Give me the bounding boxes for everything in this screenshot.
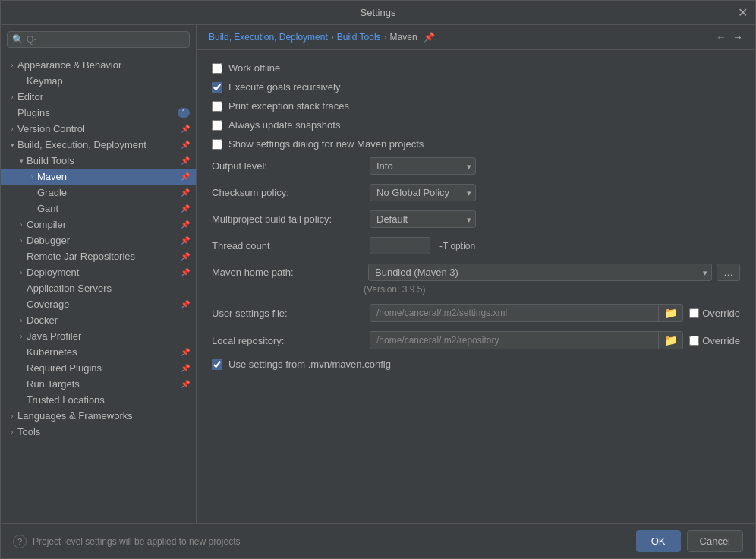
show-settings-checkbox[interactable] <box>212 139 222 150</box>
sidebar-item-compiler[interactable]: › Compiler 📌 <box>1 216 196 232</box>
use-settings-mvn-checkbox[interactable] <box>212 359 222 370</box>
sidebar-item-label: Debugger <box>27 235 70 246</box>
sidebar-item-trusted-locations[interactable]: Trusted Locations <box>1 392 196 408</box>
sidebar-item-appearance[interactable]: › Appearance & Behavior <box>1 57 196 73</box>
always-update-checkbox[interactable] <box>212 120 222 131</box>
pin-icon: 📌 <box>181 188 190 197</box>
main-content: Build, Execution, Deployment › Build Too… <box>197 25 755 523</box>
ok-button[interactable]: OK <box>636 530 681 552</box>
user-settings-input-wrap: 📁 <box>370 304 683 322</box>
work-offline-label[interactable]: Work offline <box>228 62 280 74</box>
sidebar-item-kubernetes[interactable]: Kubernetes 📌 <box>1 344 196 360</box>
breadcrumb-pin-icon: 📌 <box>424 32 435 43</box>
sidebar-item-gant[interactable]: Gant 📌 <box>1 201 196 216</box>
settings-panel: Work offline Execute goals recursively P… <box>197 50 755 523</box>
multiproject-policy-dropdown[interactable]: Default Never At End <box>370 210 476 228</box>
dialog-footer: ? Project-level settings will be applied… <box>1 523 755 558</box>
user-settings-override-label[interactable]: Override <box>689 308 740 319</box>
sidebar-item-java-profiler[interactable]: › Java Profiler <box>1 328 196 344</box>
show-settings-row: Show settings dialog for new Maven proje… <box>212 138 740 150</box>
dialog-body: 🔍 › Appearance & Behavior Keymap › Edito… <box>1 25 755 523</box>
maven-home-row: Maven home path: Bundled (Maven 3) … <box>212 264 740 281</box>
always-update-label[interactable]: Always update snapshots <box>228 119 340 131</box>
pin-icon: 📌 <box>181 220 190 229</box>
sidebar-item-languages[interactable]: › Languages & Frameworks <box>1 408 196 424</box>
sidebar-item-label: Docker <box>27 314 58 326</box>
print-stack-label[interactable]: Print exception stack traces <box>228 100 349 112</box>
user-settings-input[interactable] <box>370 305 658 321</box>
local-repo-input[interactable] <box>370 333 658 348</box>
sidebar-item-debugger[interactable]: › Debugger 📌 <box>1 232 196 248</box>
sidebar-item-label: Trusted Locations <box>27 394 105 406</box>
maven-version-note: (Version: 3.9.5) <box>364 284 740 295</box>
nav-forward-button[interactable]: → <box>732 31 743 43</box>
local-repo-override-label[interactable]: Override <box>689 335 740 346</box>
user-settings-override-checkbox[interactable] <box>689 308 699 318</box>
sidebar-item-coverage[interactable]: Coverage 📌 <box>1 296 196 312</box>
sidebar-item-build-exec[interactable]: ▾ Build, Execution, Deployment 📌 <box>1 137 196 153</box>
sidebar-item-deployment[interactable]: › Deployment 📌 <box>1 264 196 280</box>
search-icon: 🔍 <box>12 34 24 45</box>
thread-count-label: Thread count <box>212 240 364 251</box>
sidebar-item-maven[interactable]: › Maven 📌 <box>1 169 196 185</box>
user-settings-browse-button[interactable]: 📁 <box>658 305 682 321</box>
maven-home-dropdown[interactable]: Bundled (Maven 3) <box>368 264 712 281</box>
close-button[interactable]: ✕ <box>736 6 749 20</box>
title-bar: Settings ✕ <box>1 1 755 25</box>
sidebar-item-required-plugins[interactable]: Required Plugins 📌 <box>1 360 196 376</box>
thread-count-input[interactable] <box>370 237 430 254</box>
cancel-button[interactable]: Cancel <box>687 530 743 552</box>
search-input[interactable] <box>27 34 184 45</box>
sidebar-item-editor[interactable]: › Editor <box>1 89 196 105</box>
sidebar-item-build-tools[interactable]: ▾ Build Tools 📌 <box>1 153 196 169</box>
sidebar-item-docker[interactable]: › Docker <box>1 312 196 328</box>
sidebar-item-remote-jar[interactable]: Remote Jar Repositories 📌 <box>1 248 196 264</box>
breadcrumb-sep1: › <box>331 32 334 43</box>
arrow-icon: › <box>16 269 27 276</box>
breadcrumb-part2[interactable]: Build Tools <box>337 32 381 43</box>
sidebar: 🔍 › Appearance & Behavior Keymap › Edito… <box>1 25 197 523</box>
sidebar-item-label: Coverage <box>27 298 69 310</box>
multiproject-policy-row: Multiproject build fail policy: Default … <box>212 210 740 228</box>
execute-goals-checkbox[interactable] <box>212 82 222 93</box>
help-button[interactable]: ? <box>13 535 27 548</box>
user-settings-label: User settings file: <box>212 308 364 319</box>
maven-home-browse-button[interactable]: … <box>717 264 740 281</box>
local-repo-override-checkbox[interactable] <box>689 336 699 346</box>
pin-icon: 📌 <box>181 252 190 261</box>
print-stack-row: Print exception stack traces <box>212 100 740 112</box>
execute-goals-row: Execute goals recursively <box>212 81 740 93</box>
sidebar-item-app-servers[interactable]: Application Servers <box>1 280 196 296</box>
breadcrumb-part1[interactable]: Build, Execution, Deployment <box>209 32 328 43</box>
sidebar-item-gradle[interactable]: Gradle 📌 <box>1 185 196 201</box>
sidebar-item-label: Required Plugins <box>27 362 102 374</box>
t-option-label: -T option <box>439 241 475 251</box>
execute-goals-label[interactable]: Execute goals recursively <box>228 81 340 93</box>
pin-icon: 📌 <box>181 380 190 388</box>
plugins-badge: 1 <box>178 108 190 118</box>
show-settings-label[interactable]: Show settings dialog for new Maven proje… <box>228 138 424 150</box>
local-repo-override-text: Override <box>702 335 740 346</box>
output-level-dropdown-wrap: Info Debug Quiet <box>370 157 476 175</box>
checksum-dropdown-wrap: No Global Policy Strict Warn <box>370 184 476 201</box>
use-settings-mvn-label[interactable]: Use settings from .mvn/maven.config <box>228 358 391 370</box>
nav-back-button[interactable]: ← <box>716 31 726 43</box>
breadcrumb-current: Maven <box>390 32 417 43</box>
output-level-dropdown[interactable]: Info Debug Quiet <box>370 157 476 175</box>
maven-home-dropdown-wrap: Bundled (Maven 3) <box>368 264 712 281</box>
checksum-policy-dropdown[interactable]: No Global Policy Strict Warn <box>370 184 476 201</box>
sidebar-item-plugins[interactable]: Plugins 1 <box>1 105 196 121</box>
sidebar-item-label: Tools <box>17 426 40 437</box>
sidebar-item-keymap[interactable]: Keymap <box>1 73 196 89</box>
work-offline-checkbox[interactable] <box>212 63 222 74</box>
pin-icon: 📌 <box>181 172 190 181</box>
sidebar-item-version-control[interactable]: › Version Control 📌 <box>1 121 196 137</box>
search-box[interactable]: 🔍 <box>7 31 190 48</box>
sidebar-item-run-targets[interactable]: Run Targets 📌 <box>1 376 196 392</box>
local-repo-browse-button[interactable]: 📁 <box>658 332 682 349</box>
footer-left: ? Project-level settings will be applied… <box>13 535 240 548</box>
print-stack-checkbox[interactable] <box>212 101 222 112</box>
pin-icon: 📌 <box>181 156 190 165</box>
sidebar-item-tools[interactable]: › Tools <box>1 424 196 440</box>
sidebar-item-label: Application Servers <box>27 283 112 294</box>
